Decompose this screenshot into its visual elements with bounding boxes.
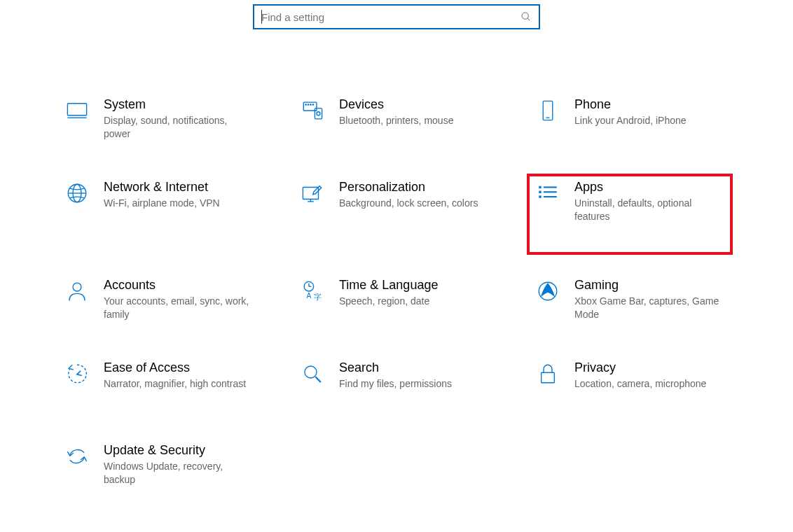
tile-accounts[interactable]: Accounts Your accounts, email, sync, wor… [57, 273, 268, 336]
svg-rect-34 [542, 372, 555, 382]
devices-icon [300, 98, 325, 123]
tile-desc: Speech, region, date [339, 295, 438, 308]
svg-line-33 [315, 377, 321, 382]
tile-desc: Your accounts, email, sync, work, family [104, 295, 251, 321]
tile-apps[interactable]: Apps Uninstall, defaults, optional featu… [528, 175, 731, 253]
gaming-icon [535, 279, 560, 304]
apps-icon [535, 181, 560, 206]
svg-point-5 [305, 104, 306, 105]
tile-title: Apps [574, 179, 722, 195]
search-box[interactable] [253, 4, 540, 29]
svg-point-10 [317, 112, 320, 115]
text-cursor [261, 10, 262, 24]
tile-update-security[interactable]: Update & Security Windows Update, recove… [57, 438, 268, 501]
tile-desc: Narrator, magnifier, high contrast [104, 377, 246, 391]
accounts-icon [64, 279, 90, 304]
settings-grid: System Display, sound, notifications, po… [28, 50, 793, 501]
svg-text:字: 字 [314, 293, 322, 301]
tile-title: Network & Internet [104, 179, 220, 195]
tile-desc: Bluetooth, printers, mouse [339, 114, 453, 127]
tile-system[interactable]: System Display, sound, notifications, po… [57, 92, 268, 155]
tile-title: System [104, 97, 251, 113]
tile-desc: Find my files, permissions [339, 377, 452, 391]
tile-title: Update & Security [104, 442, 251, 458]
svg-rect-21 [539, 195, 541, 197]
tile-title: Personalization [339, 179, 478, 195]
svg-rect-20 [539, 191, 541, 193]
ease-of-access-icon [64, 361, 90, 386]
search-input[interactable] [261, 11, 520, 23]
globe-icon [64, 181, 90, 206]
privacy-icon [535, 361, 560, 386]
svg-point-0 [522, 13, 528, 19]
svg-line-1 [527, 18, 530, 20]
update-icon [64, 444, 90, 469]
tile-title: Devices [339, 97, 453, 113]
svg-rect-2 [67, 104, 86, 115]
tile-desc: Windows Update, recovery, backup [104, 460, 251, 486]
tile-title: Phone [574, 97, 687, 113]
svg-rect-9 [315, 108, 322, 119]
svg-text:A: A [307, 292, 312, 300]
tile-gaming[interactable]: Gaming Xbox Game Bar, captures, Game Mod… [528, 273, 738, 336]
tile-devices[interactable]: Devices Bluetooth, printers, mouse [293, 92, 503, 155]
tile-title: Gaming [574, 277, 722, 293]
svg-point-7 [310, 104, 311, 105]
tile-phone[interactable]: Phone Link your Android, iPhone [528, 92, 738, 155]
tile-desc: Uninstall, defaults, optional features [574, 197, 722, 223]
tile-time-language[interactable]: A 字 Time & Language Speech, region, date [293, 273, 503, 336]
tile-title: Accounts [104, 277, 251, 293]
search-category-icon [300, 361, 325, 386]
time-language-icon: A 字 [300, 279, 325, 304]
tile-desc: Wi-Fi, airplane mode, VPN [104, 197, 220, 210]
tile-network[interactable]: Network & Internet Wi-Fi, airplane mode,… [57, 175, 268, 253]
svg-point-8 [312, 104, 313, 105]
phone-icon [535, 98, 560, 123]
tile-title: Time & Language [339, 277, 438, 293]
tile-title: Ease of Access [104, 360, 246, 376]
svg-rect-19 [539, 186, 541, 188]
svg-point-25 [73, 283, 81, 291]
svg-point-32 [305, 366, 317, 378]
tile-ease-of-access[interactable]: Ease of Access Narrator, magnifier, high… [57, 356, 268, 419]
tile-desc: Display, sound, notifications, power [104, 114, 251, 141]
personalization-icon [300, 181, 325, 206]
tile-desc: Location, camera, microphone [574, 377, 706, 391]
search-icon [520, 11, 532, 22]
tile-personalization[interactable]: Personalization Background, lock screen,… [293, 175, 503, 253]
tile-desc: Link your Android, iPhone [574, 114, 687, 127]
tile-desc: Xbox Game Bar, captures, Game Mode [574, 295, 722, 321]
tile-title: Privacy [574, 360, 706, 376]
tile-desc: Background, lock screen, colors [339, 197, 478, 210]
svg-point-6 [308, 104, 308, 105]
tile-search[interactable]: Search Find my files, permissions [293, 356, 503, 419]
system-icon [64, 98, 90, 123]
tile-privacy[interactable]: Privacy Location, camera, microphone [528, 356, 738, 419]
tile-title: Search [339, 360, 452, 376]
